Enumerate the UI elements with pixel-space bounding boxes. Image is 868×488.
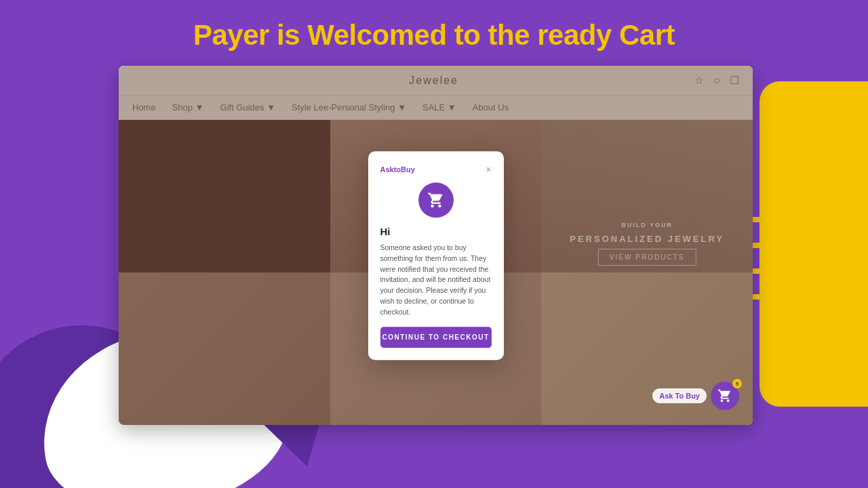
ask-to-buy-widget[interactable]: Ask To Buy 5 <box>652 382 739 410</box>
ask-to-buy-circle[interactable]: 5 <box>711 382 739 410</box>
yellow-panel-deco <box>760 81 868 407</box>
dialog: AsktoBuy × Hi Someone asked you to buy s… <box>368 151 504 360</box>
continue-to-checkout-button[interactable]: CONTINUE TO CHECKOUT <box>380 327 492 348</box>
dialog-greeting: Hi <box>380 226 492 237</box>
dialog-header: AsktoBuy × <box>380 165 492 174</box>
dialog-body-text: Someone asked you to buy something for t… <box>380 243 492 317</box>
page-title: Payer is Welcomed to the ready Cart <box>0 19 868 52</box>
ask-to-buy-badge: 5 <box>732 379 742 388</box>
cart-dialog-icon <box>427 191 445 209</box>
dialog-brand: AsktoBuy <box>380 165 415 174</box>
dialog-close-button[interactable]: × <box>486 165 491 174</box>
dialog-icon-circle <box>418 182 454 218</box>
ask-to-buy-cart-icon <box>717 388 732 403</box>
browser-window: Jewelee ☆ ○ ☐ Home Shop ▼ Gift Guides ▼ … <box>119 66 753 425</box>
dialog-icon-wrap <box>380 182 492 218</box>
ask-to-buy-label: Ask To Buy <box>652 388 707 403</box>
